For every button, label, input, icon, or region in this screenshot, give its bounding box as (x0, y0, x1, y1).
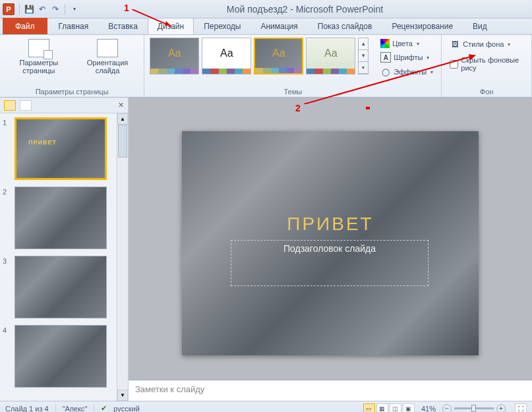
tab-review[interactable]: Рецензирование (382, 18, 463, 34)
slide-title[interactable]: ПРИВЕТ (182, 214, 479, 235)
qat-dropdown-icon[interactable]: ▾ (69, 3, 80, 15)
ribbon: Параметры страницы Ориентация слайда Пар… (0, 35, 532, 98)
theme-thumb-4[interactable]: Aa (306, 38, 355, 74)
zoom-in-button[interactable]: + (496, 404, 506, 413)
thumbs-list: 1ПРИВЕТ234 (0, 113, 117, 401)
thumbs-scrollbar[interactable]: ▲ ▼ (117, 113, 128, 401)
bg-styles-label: Стили фона (463, 40, 504, 48)
slide-thumbnail[interactable] (15, 187, 107, 249)
gallery-up-icon[interactable]: ▲ (359, 38, 368, 50)
hide-bg-label: Скрыть фоновые рису (461, 56, 523, 72)
theme-thumb-2[interactable]: Aa (202, 38, 251, 74)
scroll-down-icon[interactable]: ▼ (117, 390, 128, 401)
title-bar: P 💾 ↶ ↷ ▾ Мой подъезд2 - Microsoft Power… (0, 0, 532, 18)
slide-subtitle-placeholder[interactable]: Подзаголовок слайда (231, 240, 429, 286)
theme-thumb-1[interactable]: Aa (150, 38, 199, 74)
orientation-label: Ориентация слайда (79, 59, 136, 74)
theme-thumb-selected[interactable]: Aa (254, 38, 303, 74)
fonts-icon: A (380, 52, 391, 63)
slide-thumbnail[interactable] (15, 256, 107, 318)
thumb-row: 2 (3, 187, 114, 249)
zoom-value[interactable]: 41% (421, 405, 436, 413)
thumbs-pane-header: ✕ (0, 98, 128, 113)
colors-icon (380, 39, 390, 48)
view-buttons: ▭ ▦ ◫ ▣ (363, 403, 415, 413)
effects-icon: ◯ (380, 67, 391, 77)
ribbon-tabs: Файл Главная Вставка Дизайн Переходы Ани… (0, 18, 532, 35)
thumb-row: 4 (3, 325, 114, 388)
hide-background-checkbox[interactable]: Скрыть фоновые рису (447, 55, 526, 73)
normal-view-button[interactable]: ▭ (363, 403, 375, 413)
quick-access-toolbar: 💾 ↶ ↷ ▾ (17, 3, 80, 15)
save-icon[interactable]: 💾 (23, 3, 35, 15)
page-setup-label: Параметры страницы (8, 59, 70, 74)
outline-view-toggle[interactable] (20, 100, 32, 111)
zoom-out-button[interactable]: − (442, 404, 452, 413)
gallery-more-icon[interactable]: ▾ (359, 62, 368, 74)
tab-view[interactable]: Вид (463, 18, 497, 34)
window-title: Мой подъезд2 - Microsoft PowerPoint (80, 4, 529, 15)
group-page-setup: Параметры страницы Ориентация слайда Пар… (0, 35, 144, 97)
gallery-down-icon[interactable]: ▼ (359, 50, 368, 62)
slides-view-toggle[interactable] (4, 100, 16, 111)
app-name: Microsoft PowerPoint (296, 4, 383, 15)
annotation-dot (366, 107, 370, 109)
thumb-number: 4 (3, 325, 11, 388)
theme-effects-button[interactable]: ◯ Эффекты▾ (378, 65, 436, 78)
hide-bg-check[interactable] (450, 60, 458, 69)
tab-animation[interactable]: Анимация (251, 18, 307, 34)
group-label-background: Фон (447, 86, 526, 96)
theme-fonts-button[interactable]: A Шрифты▾ (378, 51, 436, 64)
page-setup-button[interactable]: Параметры страницы (5, 38, 73, 76)
slideshow-view-button[interactable]: ▣ (403, 403, 415, 413)
reading-view-button[interactable]: ◫ (390, 403, 401, 413)
slide-counter: Слайд 1 из 4 (5, 405, 49, 413)
notes-pane[interactable]: Заметки к слайду (129, 380, 532, 401)
slide-orientation-button[interactable]: Ориентация слайда (76, 38, 138, 76)
undo-icon[interactable]: ↶ (36, 3, 48, 15)
language-indicator[interactable]: русский (113, 405, 139, 413)
zoom-slider[interactable] (454, 407, 494, 409)
tab-file[interactable]: Файл (3, 18, 47, 34)
colors-label: Цвета (392, 40, 413, 47)
theme-colors-button[interactable]: Цвета▾ (378, 38, 436, 49)
slide-thumbnail[interactable]: ПРИВЕТ (15, 117, 107, 180)
fit-to-window-button[interactable]: ⛶ (515, 403, 527, 413)
spellcheck-icon[interactable]: ✔ (101, 404, 107, 412)
document-name: Мой подъезд2 (227, 4, 288, 15)
annotation-1: 1 (124, 3, 129, 13)
app-icon: P (3, 3, 15, 15)
group-label-page-setup: Параметры страницы (5, 86, 138, 96)
theme-name: "Апекс" (63, 405, 88, 413)
tab-slideshow[interactable]: Показ слайдов (308, 18, 382, 34)
slide[interactable]: ПРИВЕТ Подзаголовок слайда (182, 131, 479, 355)
theme-gallery-controls: ▲ ▼ ▾ (358, 38, 369, 74)
slide-thumbnail[interactable] (15, 325, 107, 388)
tab-transitions[interactable]: Переходы (194, 18, 251, 34)
tab-insert[interactable]: Вставка (98, 18, 148, 34)
tab-design[interactable]: Дизайн (148, 18, 194, 34)
background-styles-button[interactable]: 🖼 Стили фона▾ (447, 38, 513, 51)
sorter-view-button[interactable]: ▦ (376, 403, 388, 413)
redo-icon[interactable]: ↷ (49, 3, 61, 15)
thumbnails-pane: ✕ 1ПРИВЕТ234 ▲ ▼ (0, 98, 129, 401)
tab-home[interactable]: Главная (49, 18, 99, 34)
page-setup-icon (28, 39, 49, 57)
thumb-row: 1ПРИВЕТ (3, 117, 114, 180)
close-pane-icon[interactable]: ✕ (118, 101, 124, 109)
slide-canvas: 2 ПРИВЕТ Подзаголовок слайда (129, 98, 532, 380)
slide-area: 2 ПРИВЕТ Подзаголовок слайда Заметки к с… (129, 98, 532, 401)
orientation-icon (97, 39, 118, 57)
main-area: ✕ 1ПРИВЕТ234 ▲ ▼ 2 ПРИВЕТ Подзаголовок с… (0, 98, 532, 401)
thumb-title: ПРИВЕТ (28, 139, 57, 146)
background-styles-icon: 🖼 (450, 39, 460, 49)
status-bar: Слайд 1 из 4 "Апекс" ✔ русский ▭ ▦ ◫ ▣ 4… (0, 401, 532, 412)
group-label-themes: Темы (150, 86, 436, 96)
effects-label: Эффекты (394, 68, 427, 76)
fonts-label: Шрифты (394, 53, 423, 61)
thumb-number: 3 (3, 256, 11, 318)
group-background: 🖼 Стили фона▾ Скрыть фоновые рису Фон (442, 35, 532, 97)
scroll-up-icon[interactable]: ▲ (117, 113, 128, 125)
thumb-number: 2 (3, 187, 11, 249)
annotation-2: 2 (295, 103, 301, 113)
